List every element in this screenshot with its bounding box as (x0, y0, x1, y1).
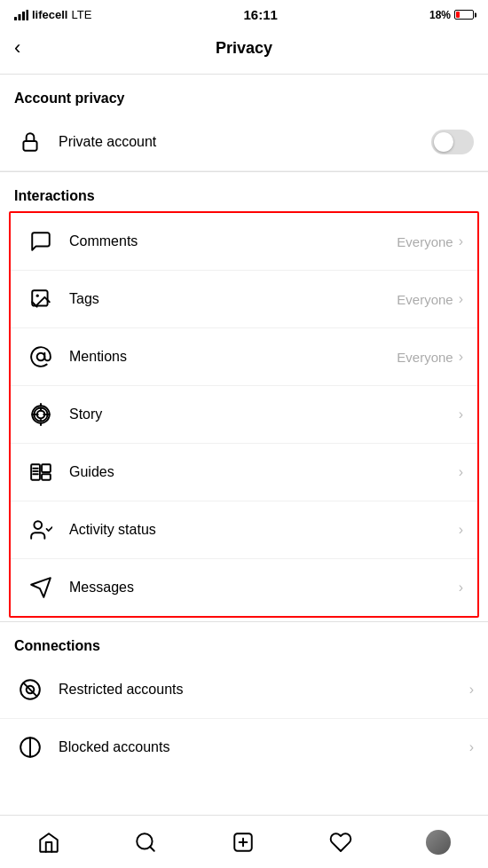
blocked-icon (14, 731, 46, 763)
tags-chevron: › (459, 291, 463, 307)
story-label: Story (69, 406, 453, 422)
status-battery: 18% (429, 9, 474, 21)
tags-row[interactable]: Tags Everyone › (11, 271, 477, 328)
avatar (426, 830, 451, 855)
nav-add[interactable] (217, 825, 269, 859)
restricted-accounts-label: Restricted accounts (59, 682, 469, 698)
restricted-chevron: › (469, 682, 474, 698)
mentions-chevron: › (459, 349, 463, 365)
messages-row[interactable]: Messages › (11, 559, 477, 616)
restricted-accounts-row[interactable]: Restricted accounts › (0, 661, 488, 719)
private-account-row[interactable]: Private account (0, 114, 488, 171)
svg-point-6 (36, 295, 39, 297)
svg-rect-15 (42, 464, 51, 472)
activity-status-label: Activity status (69, 522, 453, 538)
comments-value: Everyone (397, 234, 453, 249)
story-row[interactable]: Story › (11, 386, 477, 444)
section-interactions-label: Interactions (0, 172, 488, 211)
back-button[interactable]: ‹ (14, 33, 28, 63)
svg-rect-4 (23, 141, 36, 151)
blocked-accounts-row[interactable]: Blocked accounts › (0, 719, 488, 776)
nav-profile[interactable] (412, 825, 465, 860)
guides-icon (25, 456, 57, 488)
section-connections-label: Connections (0, 622, 488, 661)
comments-icon (25, 225, 57, 257)
svg-rect-16 (42, 474, 51, 480)
activity-status-icon (25, 514, 57, 546)
activity-status-chevron: › (459, 522, 463, 538)
comments-label: Comments (69, 233, 397, 249)
messages-chevron: › (459, 580, 463, 596)
status-bar: lifecell LTE 16:11 18% (0, 0, 488, 26)
tags-label: Tags (69, 291, 397, 307)
page-title: Privacy (216, 39, 272, 58)
mentions-icon (25, 341, 57, 373)
story-chevron: › (459, 406, 463, 422)
nav-home[interactable] (23, 825, 75, 859)
svg-rect-3 (27, 10, 29, 20)
mentions-value: Everyone (397, 350, 453, 365)
blocked-accounts-label: Blocked accounts (59, 739, 469, 755)
mentions-row[interactable]: Mentions Everyone › (11, 328, 477, 386)
header: ‹ Privacy (0, 26, 488, 74)
comments-row[interactable]: Comments Everyone › (11, 213, 477, 271)
svg-line-23 (23, 683, 36, 696)
status-time: 16:11 (243, 7, 277, 22)
guides-chevron: › (459, 464, 463, 480)
private-account-toggle[interactable] (431, 130, 474, 154)
svg-rect-1 (19, 14, 21, 20)
svg-point-20 (34, 521, 42, 529)
tags-icon (25, 283, 57, 315)
svg-line-28 (150, 847, 154, 851)
restricted-icon (14, 674, 46, 706)
private-account-label: Private account (59, 134, 431, 150)
svg-rect-0 (14, 17, 17, 20)
bottom-nav (0, 815, 488, 868)
svg-marker-21 (31, 578, 51, 597)
interactions-highlight-box: Comments Everyone › Tags Everyone › (9, 211, 479, 618)
tags-value: Everyone (397, 292, 453, 307)
battery-icon (454, 10, 474, 20)
status-carrier: lifecell LTE (14, 8, 91, 21)
mentions-label: Mentions (69, 349, 397, 365)
activity-status-row[interactable]: Activity status › (11, 501, 477, 559)
guides-row[interactable]: Guides › (11, 444, 477, 501)
svg-point-8 (37, 353, 45, 361)
blocked-chevron: › (469, 739, 474, 755)
story-icon (25, 398, 57, 430)
content-area: Account privacy Private account Interact… (0, 75, 488, 838)
messages-icon (25, 572, 57, 604)
nav-heart[interactable] (315, 825, 366, 859)
guides-label: Guides (69, 464, 453, 480)
comments-chevron: › (459, 233, 463, 249)
nav-search[interactable] (120, 825, 171, 859)
messages-label: Messages (69, 580, 453, 596)
section-account-privacy-label: Account privacy (0, 75, 488, 114)
svg-rect-2 (22, 12, 25, 20)
svg-rect-14 (31, 464, 40, 479)
lock-icon (14, 126, 46, 158)
